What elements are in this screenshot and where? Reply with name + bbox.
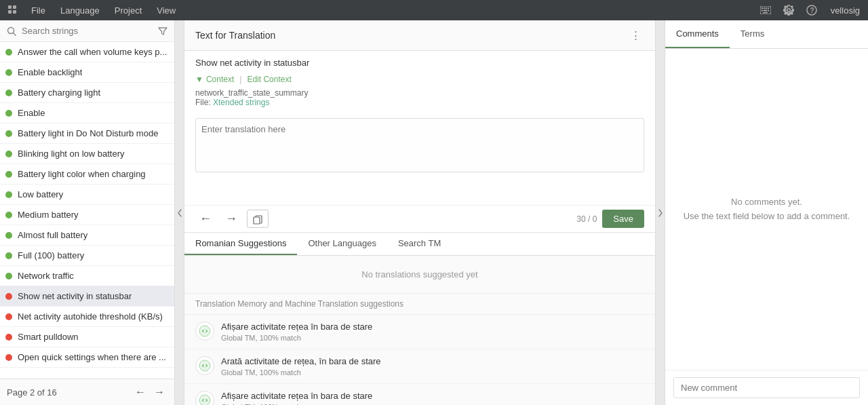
svg-rect-2 [8,10,12,14]
context-label-text: Context [206,75,234,84]
svg-text:?: ? [810,7,814,14]
keyboard-icon[interactable] [756,1,775,20]
list-item[interactable]: Show net activity in statusbar [0,286,174,307]
tab-comments[interactable]: Comments [665,20,730,48]
svg-point-21 [203,364,206,367]
list-item[interactable]: Blinking light on low battery [0,144,174,164]
svg-rect-8 [768,7,769,9]
copy-source-button[interactable] [247,210,269,227]
list-item[interactable]: Low battery [0,185,174,205]
menu-file[interactable]: File [24,3,52,18]
list-item[interactable]: Net activity autohide threshold (KB/s) [0,307,174,327]
list-item[interactable]: Answer the call when volume keys p... [0,42,174,62]
list-item[interactable]: Network traffic [0,266,174,286]
filter-icon[interactable] [158,26,167,36]
list-item[interactable]: Smart pulldown [0,327,174,347]
suggestion-meta: Global TM, 100% match [221,334,644,342]
status-dot [5,293,12,300]
list-item-label: Net activity autohide threshold (KB/s) [18,311,163,322]
menu-language[interactable]: Language [54,3,106,18]
center-title: Text for Translation [195,30,275,41]
list-item[interactable]: Battery charging light [0,83,174,103]
status-dot [5,130,12,137]
center-header: Text for Translation ⋮ [184,20,655,51]
status-dot [5,354,12,361]
list-item[interactable]: Battery light in Do Not Disturb mode [0,123,174,144]
left-panel-collapse[interactable] [175,20,184,405]
context-file: File: Xtended strings [195,98,644,107]
source-text: Show net activity in statusbar [195,58,644,68]
list-item[interactable]: Medium battery [0,205,174,225]
pagination-nav: ← → [132,385,167,400]
suggestion-item[interactable]: Afișare activitate rețea în bara de star… [184,315,655,349]
suggestion-text: Afișare activitate rețea în bara de star… [221,322,644,332]
svg-rect-6 [764,7,765,9]
menu-project[interactable]: Project [108,3,149,18]
new-comment-input[interactable] [673,377,860,398]
apps-grid-button[interactable] [3,0,23,20]
suggestion-item[interactable]: Afișare activitate rețea în bara de star… [184,384,655,405]
svg-rect-5 [762,7,763,9]
suggestion-content: Afișare activitate rețea în bara de star… [221,391,644,405]
svg-rect-12 [763,12,768,14]
suggestion-item[interactable]: Arată activitate de rețea, în bara de st… [184,349,655,384]
list-item[interactable]: Full (100) battery [0,246,174,266]
next-string-button[interactable]: → [221,210,241,228]
svg-rect-11 [768,10,769,12]
right-panel: Comments Terms No comments yet. Use the … [665,20,868,405]
menu-view[interactable]: View [150,3,182,18]
source-text-section: Show net activity in statusbar [184,51,655,72]
help-icon[interactable]: ? [802,1,821,20]
tab-other-languages[interactable]: Other Languages [297,233,387,255]
svg-point-19 [203,330,206,332]
suggestions-tabs: Romanian Suggestions Other Languages Sea… [184,233,655,256]
status-dot [5,212,12,218]
edit-context-link[interactable]: Edit Context [247,75,291,84]
svg-rect-9 [762,10,763,12]
status-dot [5,252,12,259]
list-item[interactable]: Enable backlight [0,62,174,83]
list-item[interactable]: Battery light color when charging [0,164,174,185]
suggestion-content: Arată activitate de rețea, în bara de st… [221,356,644,377]
prev-string-button[interactable]: ← [195,210,216,228]
next-page-button[interactable]: → [151,385,167,400]
context-row: ▼ Context | Edit Context [184,72,655,87]
settings-icon[interactable] [779,1,798,20]
list-item[interactable]: Open quick settings when there are ... [0,347,174,368]
translation-toolbar: ← → 30 / 0 Save [184,205,655,232]
status-dot [5,69,12,76]
context-divider: | [239,75,241,84]
prev-page-button[interactable]: ← [132,385,149,400]
svg-rect-1 [13,5,16,9]
search-input[interactable] [22,26,153,36]
char-count: 30 / 0 [576,214,597,224]
status-dot [5,90,12,96]
suggestions-list: No translations suggested yet Translatio… [184,256,655,405]
strings-list: Answer the call when volume keys p... En… [0,42,174,379]
list-item-label: Enable [18,108,45,118]
list-item[interactable]: Enable [0,103,174,123]
translation-input[interactable] [195,118,644,172]
list-item-label: Enable backlight [18,67,82,77]
tab-romanian-suggestions[interactable]: Romanian Suggestions [184,233,297,255]
status-dot [5,151,12,157]
tab-search-tm[interactable]: Search TM [387,233,452,255]
list-item-label: Open quick settings when there are ... [18,352,166,362]
save-button[interactable]: Save [602,210,644,228]
svg-rect-0 [8,5,12,9]
right-panel-collapse[interactable] [655,20,665,405]
context-triangle-icon: ▼ [195,75,203,84]
more-options-button[interactable]: ⋮ [627,27,644,43]
tab-terms[interactable]: Terms [730,20,775,48]
svg-line-16 [14,33,16,35]
context-toggle[interactable]: ▼ Context [195,75,234,84]
user-menu[interactable]: vellosig [825,3,865,18]
suggestion-text: Arată activitate de rețea, în bara de st… [221,356,644,366]
suggestions-section: Romanian Suggestions Other Languages Sea… [184,232,655,405]
status-dot [5,49,12,56]
status-dot [5,232,12,239]
list-item-label: Answer the call when volume keys p... [18,47,167,57]
list-item[interactable]: Almost full battery [0,225,174,246]
context-file-link[interactable]: Xtended strings [213,98,269,107]
translation-area [184,113,655,205]
